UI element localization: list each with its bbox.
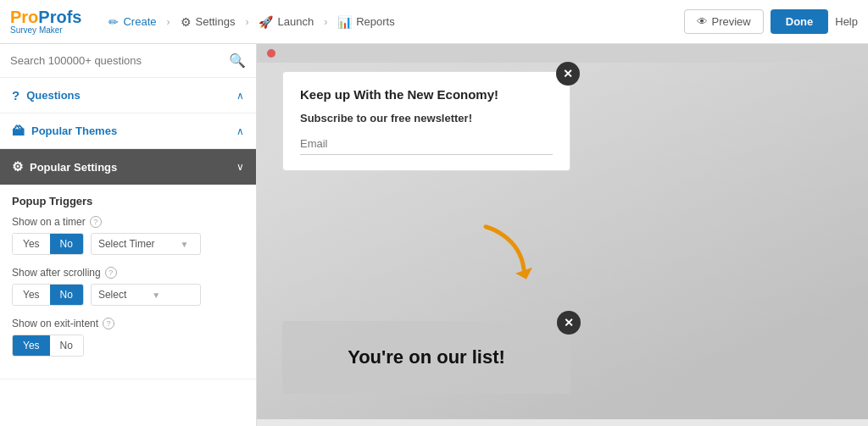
themes-chevron: ∧ xyxy=(236,125,244,137)
trigger-scroll-label: Show after scrolling xyxy=(12,267,101,279)
scroll-toggle-group: Yes No xyxy=(12,284,84,306)
logo-pro: Pro xyxy=(10,8,38,26)
top-navigation: ProProfs Survey Maker ✏ Create › ⚙ Setti… xyxy=(0,0,868,44)
timer-yes-button[interactable]: Yes xyxy=(13,234,50,254)
trigger-exit: Show on exit-intent ? Yes No xyxy=(12,318,244,357)
exit-yes-button[interactable]: Yes xyxy=(13,335,50,356)
sidebar: 🔍 ? Questions ∧ 🏔 Popular Themes ∧ xyxy=(0,44,257,426)
chevron-1: › xyxy=(167,16,170,28)
themes-icon: 🏔 xyxy=(12,124,25,138)
exit-no-button[interactable]: No xyxy=(50,335,83,356)
popup-form-title: Keep up With the New Economy! xyxy=(300,87,553,102)
sidebar-section-settings: ⚙ Popular Settings ∨ Popup Triggers Show… xyxy=(0,149,256,379)
eye-icon: 👁 xyxy=(697,15,708,28)
search-icon: 🔍 xyxy=(229,53,246,69)
nav-launch[interactable]: 🚀 Launch xyxy=(252,12,320,32)
questions-label: Questions xyxy=(26,89,81,102)
logo-profs: Profs xyxy=(38,8,81,26)
nav-steps: ✏ Create › ⚙ Settings › 🚀 Launch › 📊 Rep… xyxy=(102,12,683,32)
settings-header[interactable]: ⚙ Popular Settings ∨ xyxy=(0,149,256,185)
dot-red xyxy=(267,49,275,58)
exit-help-icon[interactable]: ? xyxy=(103,318,114,329)
main-layout: 🔍 ? Questions ∧ 🏔 Popular Themes ∧ xyxy=(0,44,868,426)
search-input[interactable] xyxy=(10,54,229,67)
email-field[interactable] xyxy=(300,133,553,155)
popup-triggers-title: Popup Triggers xyxy=(12,195,244,207)
preview-content: ✕ Keep up With the New Economy! Subscrib… xyxy=(257,63,868,419)
timer-help-icon[interactable]: ? xyxy=(90,216,102,228)
chart-icon: 📊 xyxy=(337,15,352,29)
done-button[interactable]: Done xyxy=(771,9,829,34)
logo-subtitle: Survey Maker xyxy=(10,25,81,35)
pencil-icon: ✏ xyxy=(108,15,119,29)
timer-select-arrow: ▼ xyxy=(181,240,189,249)
sidebar-section-questions: ? Questions ∧ xyxy=(0,78,256,113)
rocket-icon: 🚀 xyxy=(259,15,273,29)
settings-chevron: ∨ xyxy=(236,161,244,173)
settings-label: Popular Settings xyxy=(30,161,117,174)
preview-area: ✕ Keep up With the New Economy! Subscrib… xyxy=(257,44,868,426)
trigger-timer: Show on a timer ? Yes No Select Timer ▼ xyxy=(12,216,244,255)
dot-green xyxy=(294,49,303,58)
success-text: You're on our list! xyxy=(299,346,554,368)
trigger-scroll: Show after scrolling ? Yes No Select ▼ xyxy=(12,267,244,306)
nav-settings[interactable]: ⚙ Settings xyxy=(174,12,242,32)
sidebar-section-themes: 🏔 Popular Themes ∧ xyxy=(0,113,256,149)
trigger-exit-label: Show on exit-intent xyxy=(12,318,98,329)
questions-header[interactable]: ? Questions ∧ xyxy=(0,78,256,113)
timer-select[interactable]: Select Timer ▼ xyxy=(91,233,201,255)
themes-header[interactable]: 🏔 Popular Themes ∧ xyxy=(0,113,256,148)
timer-toggle-group: Yes No xyxy=(12,233,84,255)
themes-label: Popular Themes xyxy=(31,124,117,137)
popup-close-button[interactable]: ✕ xyxy=(556,62,580,86)
nav-right: 👁 Preview Done Help xyxy=(684,9,859,34)
scroll-no-button[interactable]: No xyxy=(50,285,83,305)
logo: ProProfs Survey Maker xyxy=(10,8,81,35)
scroll-yes-button[interactable]: Yes xyxy=(13,285,50,305)
nav-create[interactable]: ✏ Create xyxy=(102,12,163,32)
popup-form: ✕ Keep up With the New Economy! Subscrib… xyxy=(282,71,570,171)
questions-chevron: ∧ xyxy=(236,90,244,102)
success-popup: ✕ You're on our list! xyxy=(282,321,570,394)
question-icon: ? xyxy=(12,88,19,102)
settings-icon: ⚙ xyxy=(12,159,23,174)
help-button[interactable]: Help xyxy=(835,15,858,28)
popup-form-subtitle: Subscribe to our free newsletter! xyxy=(300,112,553,124)
scroll-select[interactable]: Select ▼ xyxy=(91,284,201,306)
chevron-2: › xyxy=(245,16,248,28)
chevron-3: › xyxy=(324,16,327,28)
timer-no-button[interactable]: No xyxy=(50,234,83,254)
trigger-timer-label: Show on a timer xyxy=(12,216,86,228)
exit-toggle-group: Yes No xyxy=(12,335,84,357)
gear-icon: ⚙ xyxy=(181,15,192,29)
preview-button[interactable]: 👁 Preview xyxy=(684,9,764,34)
logo-text: ProProfs xyxy=(10,8,81,25)
scroll-help-icon[interactable]: ? xyxy=(105,267,117,279)
browser-bar xyxy=(257,44,868,63)
dot-yellow xyxy=(281,49,289,58)
popup-triggers-section: Popup Triggers Show on a timer ? Yes No … xyxy=(0,185,256,379)
scroll-select-arrow: ▼ xyxy=(152,290,160,300)
search-bar: 🔍 xyxy=(0,44,256,78)
nav-reports[interactable]: 📊 Reports xyxy=(331,12,402,32)
success-close-button[interactable]: ✕ xyxy=(557,311,581,335)
